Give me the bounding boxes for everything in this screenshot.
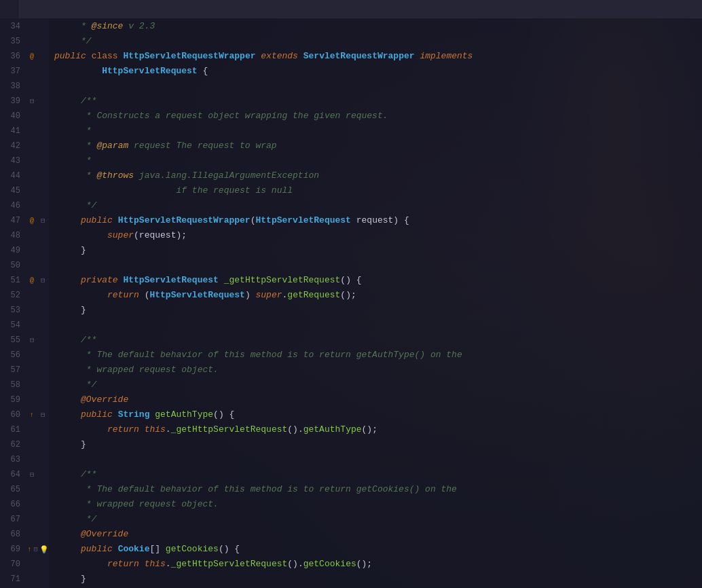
gutter-icon[interactable]: ↑: [27, 411, 37, 419]
gutter-row: 59: [0, 392, 49, 407]
line-number-label: 34: [0, 22, 26, 31]
code-line: public Cookie[] getCookies() {: [54, 542, 702, 557]
token: *: [54, 109, 96, 124]
token: super: [256, 288, 282, 303]
code-line: }: [54, 303, 702, 318]
line-number-label: 64: [0, 470, 26, 479]
gutter-icon[interactable]: @: [27, 53, 37, 60]
code-line: */: [54, 378, 702, 392]
token: {: [198, 64, 208, 79]
line-number-label: 68: [0, 530, 26, 539]
line-number-label: 56: [0, 350, 26, 360]
gutter-row: 50: [0, 258, 49, 273]
line-number-label: 54: [0, 320, 26, 330]
gutter-row: 64⊟: [0, 467, 49, 482]
token: {: [399, 213, 409, 228]
token: [139, 557, 145, 572]
gutter-row: 67: [0, 512, 49, 527]
token: String: [118, 407, 150, 422]
token: Constructs a request object wrapping the…: [96, 109, 388, 124]
token: *: [54, 168, 96, 183]
token: this: [145, 557, 166, 572]
token: HttpServletRequestWrapper: [123, 49, 255, 64]
gutter-icon[interactable]: ⊟: [38, 411, 48, 419]
token: super: [107, 228, 134, 243]
token: */: [54, 378, 96, 392]
token: .: [282, 288, 288, 303]
active-tab[interactable]: [0, 0, 18, 18]
code-line: @Override: [54, 527, 702, 542]
line-number-label: 36: [0, 52, 26, 61]
gutter-row: 66: [0, 497, 49, 512]
code-line: /**: [54, 94, 702, 109]
token: []: [149, 542, 165, 557]
token: _getHttpServletRequest: [224, 273, 341, 288]
line-number-label: 41: [0, 126, 26, 136]
line-number-label: 40: [0, 111, 26, 121]
token: [256, 49, 261, 64]
token: [54, 213, 81, 228]
code-editor: 343536@373839⊟4041424344454647@⊟48495051…: [0, 19, 702, 588]
line-number-label: 52: [0, 291, 26, 300]
token: *: [54, 19, 92, 34]
gutter-row: 36@: [0, 49, 49, 64]
token: }: [54, 437, 86, 452]
gutter-row: 62: [0, 437, 49, 452]
gutter-icon[interactable]: ⊟: [27, 97, 37, 105]
code-line: [54, 258, 702, 273]
tab-bar: [0, 0, 702, 19]
line-number-label: 65: [0, 485, 26, 494]
gutter-row: 34: [0, 19, 49, 34]
line-number-label: 53: [0, 306, 26, 315]
token: The default behavior of this method is t…: [96, 348, 462, 363]
gutter-icon[interactable]: ⊟: [27, 471, 37, 479]
gutter-row: 71: [0, 572, 49, 587]
line-number-label: 37: [0, 67, 26, 76]
token: ();: [340, 288, 356, 303]
token: }: [54, 303, 86, 318]
gutter-row: 40: [0, 109, 49, 124]
gutter-icon[interactable]: ⊟: [38, 276, 48, 284]
code-line: return (HttpServletRequest) super.getReq…: [54, 288, 702, 303]
line-number-label: 55: [0, 335, 26, 345]
gutter-icon[interactable]: @: [27, 277, 37, 284]
line-number-label: 59: [0, 395, 26, 405]
code-line: [54, 318, 702, 333]
gutter-row: 70: [0, 557, 49, 572]
code-line: * @param request The request to wrap: [54, 139, 702, 153]
gutter-icon[interactable]: ↑: [27, 546, 32, 553]
token: {: [224, 407, 235, 422]
code-line: [54, 452, 702, 467]
code-line: * The default behavior of this method is…: [54, 482, 702, 497]
gutter-row: 43: [0, 153, 49, 168]
token: HttpServletRequest: [102, 64, 197, 79]
token: ();: [356, 557, 372, 572]
token: HttpServletRequest: [149, 288, 244, 303]
code-line: /**: [54, 467, 702, 482]
code-line: }: [54, 243, 702, 258]
token: request: [351, 213, 393, 228]
token: (): [340, 273, 351, 288]
code-line: public HttpServletRequestWrapper(HttpSer…: [54, 213, 702, 228]
token: ();: [362, 422, 377, 437]
token: extends: [261, 49, 298, 64]
gutter-icon[interactable]: @: [27, 217, 37, 225]
token: if the request is null: [54, 183, 293, 198]
code-line: return this._getHttpServletRequest().get…: [54, 422, 702, 437]
token: class: [92, 49, 118, 64]
line-number-label: 71: [0, 574, 26, 584]
token: [149, 407, 155, 422]
gutter-icon[interactable]: ⊟: [27, 336, 37, 344]
token: (: [139, 288, 150, 303]
gutter-icon[interactable]: 💡: [39, 545, 49, 554]
gutter-icon[interactable]: ⊟: [38, 217, 48, 225]
gutter-row: 47@⊟: [0, 213, 49, 228]
token: [139, 422, 145, 437]
line-number-label: 46: [0, 201, 26, 210]
gutter-icon[interactable]: ⊟: [33, 545, 38, 553]
code-content[interactable]: * @since v 2.3 */public class HttpServle…: [49, 19, 702, 588]
token: _getHttpServletRequest: [171, 422, 288, 437]
line-number-label: 47: [0, 216, 26, 225]
token: {: [351, 273, 362, 288]
gutter-row: 57: [0, 363, 49, 378]
